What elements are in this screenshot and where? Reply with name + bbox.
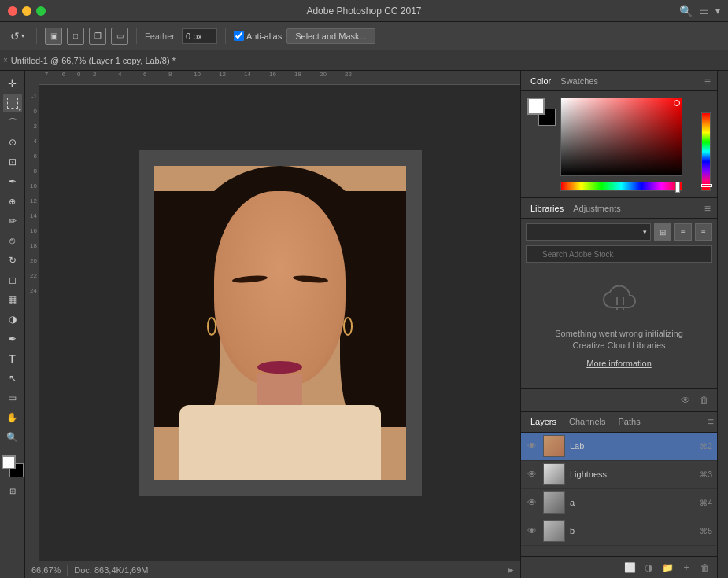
layer-row[interactable]: 👁 a ⌘4: [521, 489, 717, 517]
rectangle-tool[interactable]: ▭: [3, 388, 22, 407]
layer-row[interactable]: 👁 Lab ⌘2: [521, 433, 717, 461]
lib-dropdown[interactable]: ▾: [526, 223, 651, 241]
foreground-color[interactable]: [527, 98, 545, 115]
doc-info: Doc: 863,4K/1,69M: [74, 565, 148, 575]
lasso-tool[interactable]: ⌒: [3, 113, 22, 132]
feather-input[interactable]: [182, 28, 217, 44]
hue-bar-thumb: [701, 184, 712, 187]
layer-visibility-toggle[interactable]: 👁: [526, 468, 538, 480]
toolbar-separator-1: [36, 28, 37, 44]
lib-grid-view-btn[interactable]: ⊞: [654, 223, 671, 241]
color-panel: Color Swatches ≡: [521, 71, 717, 198]
layers-add-mask-btn[interactable]: ⬜: [623, 561, 637, 575]
cloud-error-icon: [600, 283, 639, 322]
layers-options-icon[interactable]: ≡: [708, 415, 714, 428]
layer-name: b: [570, 526, 695, 536]
layers-adjustment-btn[interactable]: ◑: [641, 561, 656, 575]
paths-tab[interactable]: Paths: [612, 417, 647, 426]
layer-thumbnail: [543, 435, 565, 457]
status-arrow-icon[interactable]: ▶: [508, 565, 514, 574]
lib-trash-icon[interactable]: 🗑: [697, 392, 712, 408]
color-tab[interactable]: Color: [527, 76, 554, 86]
lib-eye-icon[interactable]: 👁: [678, 392, 693, 408]
layer-thumbnail: [543, 520, 565, 542]
shape-option-2[interactable]: □: [67, 28, 84, 45]
tab-close-icon[interactable]: ×: [3, 56, 8, 64]
lib-more-info-link[interactable]: More information: [586, 359, 652, 368]
color-panel-options-icon[interactable]: ≡: [704, 75, 711, 87]
quick-select-tool[interactable]: ⊙: [3, 133, 22, 152]
lib-empty-state: Something went wrong initializing Creati…: [526, 267, 712, 384]
layer-visibility-toggle[interactable]: 👁: [526, 440, 538, 452]
layer-name: a: [570, 498, 695, 507]
swatches-tab[interactable]: Swatches: [557, 76, 601, 86]
zoom-tool[interactable]: 🔍: [3, 428, 22, 447]
gradient-tool[interactable]: ▦: [3, 290, 22, 309]
select-mask-button[interactable]: Select and Mask...: [286, 28, 375, 44]
lib-search-input[interactable]: [526, 245, 712, 263]
history-brush-tool[interactable]: ↻: [3, 251, 22, 270]
search-icon[interactable]: 🔍: [679, 5, 693, 17]
adjustments-tab[interactable]: Adjustments: [570, 204, 624, 213]
workspace-icon[interactable]: ▭: [699, 5, 709, 17]
layer-name: Lab: [570, 441, 695, 451]
eraser-tool[interactable]: ◻: [3, 271, 22, 289]
canvas-workspace[interactable]: [39, 85, 520, 561]
shape-option-1[interactable]: ▣: [45, 28, 62, 45]
layers-tab[interactable]: Layers: [524, 417, 563, 426]
type-tool[interactable]: T: [3, 349, 22, 368]
lasso-icon: ↺: [10, 30, 20, 42]
channels-tab[interactable]: Channels: [563, 417, 612, 426]
color-picker: [560, 98, 711, 191]
libraries-panel-options-icon[interactable]: ≡: [704, 202, 711, 215]
layer-shortcut: ⌘5: [700, 527, 712, 536]
lib-list-view-btn[interactable]: ≡: [674, 223, 692, 241]
brush-tool[interactable]: ✏: [3, 212, 22, 230]
fg-bg-color-widget[interactable]: [2, 455, 24, 477]
path-select-tool[interactable]: ↖: [3, 369, 22, 388]
tab-label[interactable]: Untitled-1 @ 66,7% (Layer 1 copy, Lab/8)…: [11, 56, 176, 65]
toolbar-separator-2: [136, 28, 137, 44]
expand-icon[interactable]: ▾: [715, 6, 720, 17]
layer-thumbnail: [543, 491, 565, 514]
hand-tool[interactable]: ✋: [3, 408, 22, 427]
pen-tool[interactable]: ✒: [3, 329, 22, 348]
dodge-tool[interactable]: ◑: [3, 310, 22, 329]
layers-group-btn[interactable]: 📁: [660, 561, 674, 575]
stamp-tool[interactable]: ⎋: [3, 231, 22, 250]
close-button[interactable]: [8, 6, 17, 16]
hue-slider[interactable]: [560, 182, 682, 191]
lib-search-wrapper: 🔍: [526, 245, 712, 263]
libraries-tab[interactable]: Libraries: [527, 204, 567, 213]
antialias-checkbox[interactable]: [234, 31, 244, 41]
shape-option-3[interactable]: ❐: [89, 28, 106, 45]
hue-vertical-bar[interactable]: [701, 112, 711, 191]
status-bar: 66,67% Doc: 863,4K/1,69M ▶: [25, 561, 520, 578]
layers-delete-btn[interactable]: 🗑: [698, 561, 712, 575]
layer-visibility-toggle[interactable]: 👁: [526, 525, 538, 537]
lasso-tool-option[interactable]: ↺ ▾: [6, 28, 28, 45]
layer-row[interactable]: 👁 Lightness ⌘3: [521, 461, 717, 489]
color-panel-content: [521, 91, 717, 197]
healing-tool[interactable]: ⊕: [3, 192, 22, 211]
tab-bar: × Untitled-1 @ 66,7% (Layer 1 copy, Lab/…: [0, 50, 728, 71]
maximize-button[interactable]: [36, 6, 46, 16]
libraries-content: ▾ ⊞ ≡ ≡ 🔍: [521, 219, 717, 388]
minimize-button[interactable]: [22, 6, 31, 16]
layer-row[interactable]: 👁 b ⌘5: [521, 517, 717, 546]
eyedropper-tool[interactable]: ✒: [3, 172, 22, 191]
ruler-left: -1 0 2 4 6 8 10 12 14 16 18 20 22 24: [25, 85, 39, 578]
shape-option-4[interactable]: ▭: [111, 28, 128, 45]
crop-tool[interactable]: ⊡: [3, 153, 22, 171]
marquee-tool[interactable]: ▸: [3, 94, 22, 112]
canvas-background: [139, 150, 422, 496]
layer-visibility-toggle[interactable]: 👁: [526, 496, 538, 509]
move-tool[interactable]: ✛: [3, 74, 22, 93]
color-gradient[interactable]: [560, 98, 682, 176]
extra-tool[interactable]: ⊞: [3, 481, 22, 500]
foreground-color-box[interactable]: [2, 455, 16, 469]
color-gradient-overlay: [561, 98, 682, 175]
hue-slider-thumb: [675, 182, 680, 193]
layers-new-btn[interactable]: +: [679, 561, 693, 575]
lib-options-btn[interactable]: ≡: [695, 223, 712, 241]
